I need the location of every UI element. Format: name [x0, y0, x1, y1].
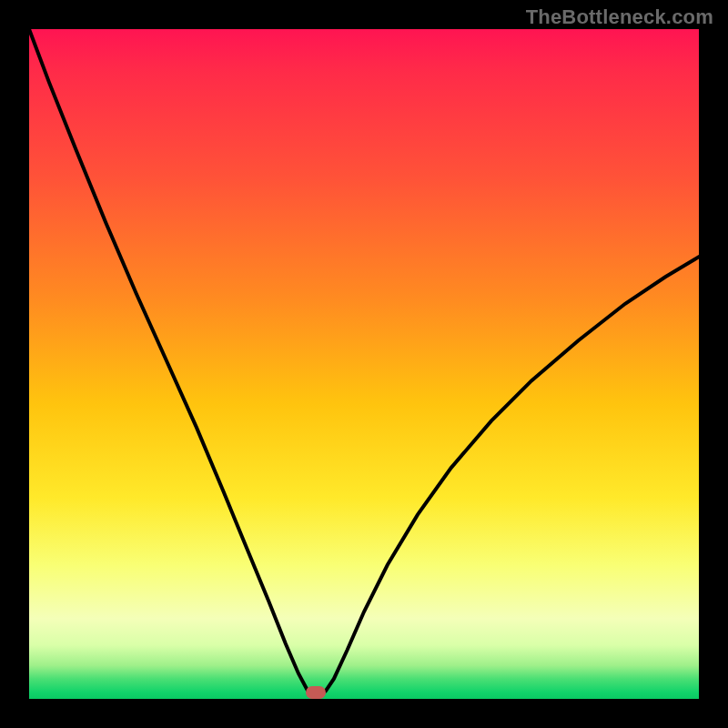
plot-area [29, 29, 699, 699]
chart-stage: TheBottleneck.com [0, 0, 728, 728]
watermark-text: TheBottleneck.com [526, 5, 713, 29]
bottleneck-curve [29, 29, 699, 699]
optimal-point-marker [306, 686, 326, 699]
curve-path [29, 29, 699, 696]
